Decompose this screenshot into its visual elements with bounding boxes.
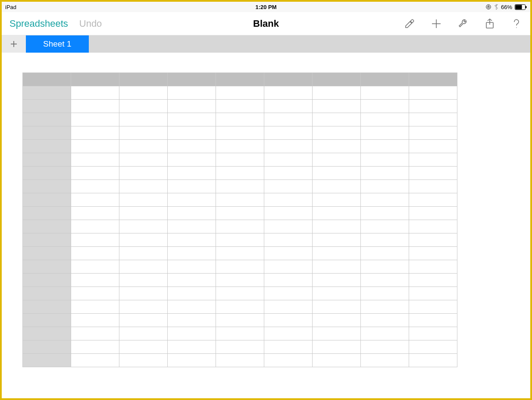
cell[interactable]: [216, 153, 264, 167]
cell[interactable]: [168, 220, 216, 233]
cell[interactable]: [216, 274, 264, 287]
cell[interactable]: [361, 300, 409, 314]
cell[interactable]: [168, 180, 216, 193]
row-header[interactable]: [23, 126, 71, 140]
cell[interactable]: [216, 180, 264, 193]
row-header[interactable]: [23, 287, 71, 300]
cell[interactable]: [119, 126, 168, 140]
row-header[interactable]: [23, 300, 71, 314]
cell[interactable]: [119, 153, 168, 167]
cell[interactable]: [119, 327, 168, 340]
cell[interactable]: [361, 113, 409, 126]
cell[interactable]: [216, 86, 264, 100]
cell[interactable]: [71, 126, 119, 140]
cell[interactable]: [71, 113, 119, 126]
cell[interactable]: [264, 327, 313, 340]
cell[interactable]: [216, 140, 264, 153]
cell[interactable]: [71, 354, 119, 367]
cell[interactable]: [168, 287, 216, 300]
cell[interactable]: [168, 314, 216, 327]
cell[interactable]: [71, 193, 119, 207]
format-brush-icon[interactable]: [404, 18, 416, 30]
cell[interactable]: [409, 354, 457, 367]
cell[interactable]: [168, 153, 216, 167]
cell[interactable]: [361, 340, 409, 354]
column-header[interactable]: [119, 73, 168, 86]
cell[interactable]: [313, 233, 361, 247]
cell[interactable]: [313, 327, 361, 340]
cell[interactable]: [313, 180, 361, 193]
cell[interactable]: [168, 86, 216, 100]
spreadsheet-grid[interactable]: [22, 72, 457, 367]
cell[interactable]: [313, 354, 361, 367]
row-header[interactable]: [23, 354, 71, 367]
cell[interactable]: [71, 180, 119, 193]
cell[interactable]: [119, 233, 168, 247]
cell[interactable]: [216, 233, 264, 247]
cell[interactable]: [313, 167, 361, 180]
cell[interactable]: [216, 260, 264, 274]
row-header[interactable]: [23, 327, 71, 340]
cell[interactable]: [264, 300, 313, 314]
cell[interactable]: [216, 207, 264, 220]
cell[interactable]: [216, 220, 264, 233]
cell[interactable]: [361, 153, 409, 167]
cell[interactable]: [409, 180, 457, 193]
row-header[interactable]: [23, 113, 71, 126]
cell[interactable]: [313, 314, 361, 327]
cell[interactable]: [313, 113, 361, 126]
cell[interactable]: [119, 180, 168, 193]
cell[interactable]: [119, 274, 168, 287]
cell[interactable]: [119, 220, 168, 233]
cell[interactable]: [264, 207, 313, 220]
cell[interactable]: [168, 327, 216, 340]
cell[interactable]: [409, 300, 457, 314]
cell[interactable]: [313, 300, 361, 314]
cell[interactable]: [409, 314, 457, 327]
cell[interactable]: [119, 140, 168, 153]
cell[interactable]: [71, 140, 119, 153]
cell[interactable]: [361, 180, 409, 193]
cell[interactable]: [264, 260, 313, 274]
cell[interactable]: [216, 113, 264, 126]
cell[interactable]: [313, 260, 361, 274]
cell[interactable]: [71, 233, 119, 247]
cell[interactable]: [409, 167, 457, 180]
cell[interactable]: [168, 247, 216, 260]
row-header[interactable]: [23, 207, 71, 220]
cell[interactable]: [313, 274, 361, 287]
cell[interactable]: [168, 340, 216, 354]
column-header[interactable]: [409, 73, 457, 86]
help-icon[interactable]: [510, 18, 523, 30]
cell[interactable]: [409, 100, 457, 113]
cell[interactable]: [119, 207, 168, 220]
cell[interactable]: [313, 100, 361, 113]
cell[interactable]: [216, 167, 264, 180]
cell[interactable]: [71, 153, 119, 167]
column-header[interactable]: [264, 73, 313, 86]
cell[interactable]: [313, 140, 361, 153]
cell[interactable]: [71, 274, 119, 287]
cell[interactable]: [409, 233, 457, 247]
cell[interactable]: [168, 167, 216, 180]
cell[interactable]: [119, 100, 168, 113]
cell[interactable]: [216, 327, 264, 340]
add-sheet-button[interactable]: [2, 35, 26, 53]
cell[interactable]: [313, 220, 361, 233]
cell[interactable]: [361, 274, 409, 287]
cell[interactable]: [361, 233, 409, 247]
cell[interactable]: [313, 86, 361, 100]
cell[interactable]: [409, 126, 457, 140]
cell[interactable]: [119, 314, 168, 327]
column-header[interactable]: [168, 73, 216, 86]
cell[interactable]: [409, 140, 457, 153]
cell[interactable]: [216, 247, 264, 260]
cell[interactable]: [119, 193, 168, 207]
cell[interactable]: [409, 220, 457, 233]
cell[interactable]: [264, 247, 313, 260]
cell[interactable]: [313, 126, 361, 140]
cell[interactable]: [119, 86, 168, 100]
cell[interactable]: [264, 287, 313, 300]
cell[interactable]: [409, 260, 457, 274]
cell[interactable]: [71, 100, 119, 113]
